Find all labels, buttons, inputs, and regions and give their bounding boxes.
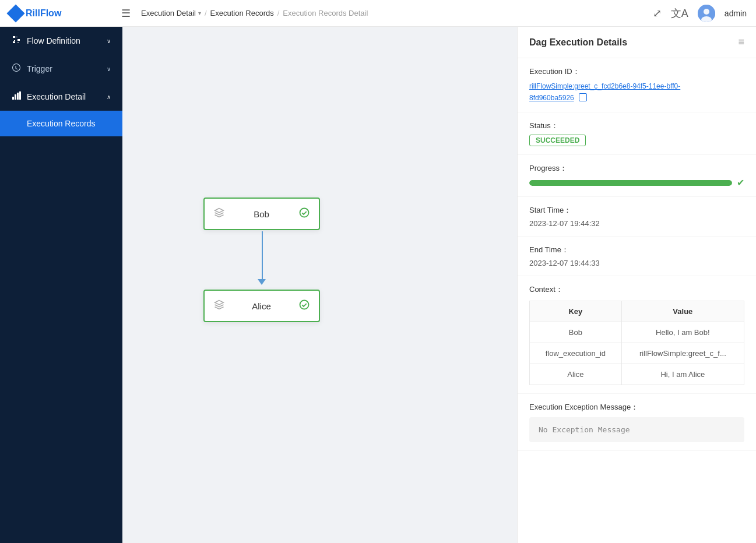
sidebar-item-flow-definition[interactable]: Flow Definition ∨ xyxy=(0,27,122,55)
chevron-down-icon: ∨ xyxy=(107,66,111,72)
status-section: Status： SUCCEEDED xyxy=(518,112,756,155)
context-key-bob: Bob xyxy=(530,322,622,343)
context-label: Context： xyxy=(529,284,744,295)
sidebar-execution-detail-label: Execution Detail xyxy=(27,92,101,101)
context-col-key: Key xyxy=(530,301,622,322)
sidebar-flow-definition-label: Flow Definition xyxy=(27,36,101,45)
breadcrumb-sep-1: / xyxy=(205,9,207,17)
top-navigation: RillFlow ☰ Execution Detail ▾ / Executio… xyxy=(0,0,756,27)
topnav-right: ⤢ 文A admin xyxy=(653,5,747,22)
chevron-down-icon: ∨ xyxy=(107,38,111,44)
exception-box: No Exception Message xyxy=(529,417,744,442)
chevron-up-icon: ∧ xyxy=(107,94,111,100)
progress-bar-fill xyxy=(529,180,732,186)
node-alice-label: Alice xyxy=(230,301,293,311)
panel-title: Dag Execution Details xyxy=(529,37,627,48)
svg-point-8 xyxy=(300,301,308,309)
breadcrumb-sep-2: / xyxy=(277,9,280,17)
node-icon-alice xyxy=(214,299,224,312)
trigger-icon xyxy=(12,63,21,75)
svg-rect-6 xyxy=(19,91,21,100)
progress-complete-icon: ✔ xyxy=(737,177,744,188)
svg-rect-5 xyxy=(17,93,19,100)
app-name: RillFlow xyxy=(26,8,61,19)
main-layout: Flow Definition ∨ Trigger ∨ Execution De… xyxy=(0,27,756,543)
context-value-alice: Hi, I am Alice xyxy=(621,364,744,385)
progress-label: Progress： xyxy=(529,163,744,174)
svg-point-1 xyxy=(704,9,709,15)
node-icon-bob xyxy=(214,207,224,220)
execution-detail-icon xyxy=(12,91,21,103)
end-time-label: End Time： xyxy=(529,245,744,255)
end-time-section: End Time： 2023-12-07 19:44:33 xyxy=(518,237,756,276)
sidebar-item-execution-records[interactable]: Execution Records xyxy=(0,111,122,136)
execution-id-value[interactable]: rillFlowSimple:greet_c_fcd2b6e8-94f5-11e… xyxy=(529,82,680,102)
context-section: Context： Key Value Bob Hello, I am Bob! xyxy=(518,276,756,394)
svg-rect-3 xyxy=(12,97,14,100)
context-row-bob: Bob Hello, I am Bob! xyxy=(530,322,744,343)
progress-bar-bg xyxy=(529,180,732,186)
sidebar-item-execution-detail[interactable]: Execution Detail ∧ xyxy=(0,83,122,111)
panel-menu-icon[interactable]: ≡ xyxy=(738,36,744,48)
context-table: Key Value Bob Hello, I am Bob! flow_exec… xyxy=(529,301,744,385)
breadcrumb-execution-records-detail: Execution Records Detail xyxy=(283,9,368,17)
execution-id-label: Execution ID： xyxy=(529,66,744,77)
fullscreen-icon[interactable]: ⤢ xyxy=(653,7,662,20)
node-bob-status-icon xyxy=(299,207,310,220)
start-time-section: Start Time： 2023-12-07 19:44:32 xyxy=(518,197,756,237)
breadcrumb: Execution Detail ▾ / Execution Records /… xyxy=(141,9,646,17)
translate-icon[interactable]: 文A xyxy=(671,6,688,20)
main-content: Bob Alice xyxy=(122,27,756,543)
exception-section: Execution Exception Message： No Exceptio… xyxy=(518,394,756,451)
admin-username: admin xyxy=(725,9,747,18)
start-time-value: 2023-12-07 19:44:32 xyxy=(529,219,744,228)
menu-toggle-icon[interactable]: ☰ xyxy=(121,7,131,20)
right-panel: Dag Execution Details ≡ Execution ID： ri… xyxy=(517,27,756,543)
context-value-flow-execution-id: rillFlowSimple:greet_c_f... xyxy=(621,343,744,364)
end-time-value: 2023-12-07 19:44:33 xyxy=(529,259,744,267)
start-time-label: Start Time： xyxy=(529,205,744,216)
context-row-flow-execution-id: flow_execution_id rillFlowSimple:greet_c… xyxy=(530,343,744,364)
context-col-value: Value xyxy=(621,301,744,322)
node-alice-status-icon xyxy=(299,299,310,312)
progress-section: Progress： ✔ xyxy=(518,155,756,197)
app-logo[interactable]: RillFlow xyxy=(9,7,114,20)
flow-connector xyxy=(262,231,263,281)
copy-icon[interactable] xyxy=(579,93,587,101)
execution-id-section: Execution ID： rillFlowSimple:greet_c_fcd… xyxy=(518,58,756,112)
breadcrumb-execution-records[interactable]: Execution Records xyxy=(210,9,274,17)
flow-connector-arrow xyxy=(258,279,266,285)
flow-definition-icon xyxy=(12,35,21,47)
breadcrumb-execution-detail[interactable]: Execution Detail ▾ xyxy=(141,9,201,17)
avatar[interactable] xyxy=(698,5,715,22)
chevron-down-icon: ▾ xyxy=(198,10,201,16)
sidebar-item-trigger[interactable]: Trigger ∨ xyxy=(0,55,122,83)
context-value-bob: Hello, I am Bob! xyxy=(621,322,744,343)
node-bob-label: Bob xyxy=(230,209,293,219)
sidebar-trigger-label: Trigger xyxy=(27,64,101,73)
status-label: Status： xyxy=(529,121,744,131)
progress-bar-wrap: ✔ xyxy=(529,177,744,188)
flow-node-alice[interactable]: Alice xyxy=(203,290,320,322)
sidebar: Flow Definition ∨ Trigger ∨ Execution De… xyxy=(0,27,122,543)
exception-label: Execution Exception Message： xyxy=(529,402,744,412)
sidebar-execution-records-label: Execution Records xyxy=(12,119,111,128)
context-key-alice: Alice xyxy=(530,364,622,385)
flow-canvas[interactable]: Bob Alice xyxy=(122,27,517,543)
svg-point-7 xyxy=(300,209,308,217)
status-badge: SUCCEEDED xyxy=(529,135,586,146)
flow-node-bob[interactable]: Bob xyxy=(203,198,320,230)
context-key-flow-execution-id: flow_execution_id xyxy=(530,343,622,364)
context-row-alice: Alice Hi, I am Alice xyxy=(530,364,744,385)
svg-rect-4 xyxy=(15,94,16,100)
panel-header: Dag Execution Details ≡ xyxy=(518,27,756,58)
logo-icon xyxy=(6,4,24,22)
flow-diagram: Bob Alice xyxy=(203,198,437,372)
